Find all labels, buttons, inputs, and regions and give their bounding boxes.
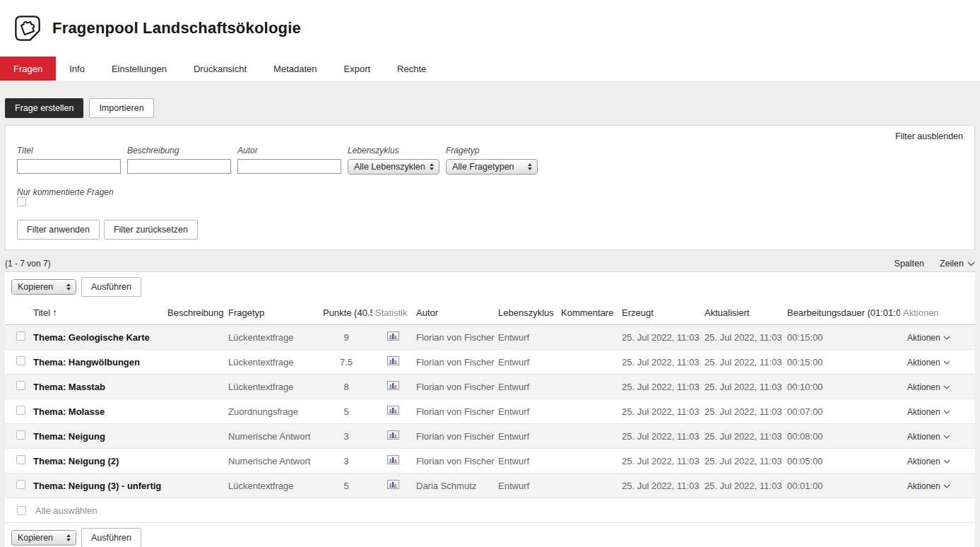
question-title-link[interactable]: Thema: Geologische Karte <box>33 332 150 343</box>
row-comments <box>558 399 619 424</box>
tab-info[interactable]: Info <box>56 57 98 81</box>
question-title-link[interactable]: Thema: Hangwölbungen <box>33 357 140 367</box>
statistics-chart-icon[interactable] <box>387 455 399 464</box>
chevron-down-icon <box>943 385 950 389</box>
page-header: Fragenpool Landschaftsökologie <box>0 0 980 57</box>
bulk-action-select-top[interactable]: Kopieren <box>11 279 76 295</box>
lifecycle-filter-select[interactable]: Alle Lebenszyklen <box>348 159 439 175</box>
row-checkbox[interactable] <box>16 331 25 341</box>
row-author: Daria Schmutz <box>413 474 495 498</box>
row-checkbox[interactable] <box>16 480 25 489</box>
row-actions-dropdown[interactable]: Aktionen <box>907 481 950 491</box>
row-question-type: Zuordnungsfrage <box>225 399 320 424</box>
select-arrows-icon <box>62 283 71 290</box>
row-points: 3 <box>320 449 372 474</box>
header-beschreibung[interactable]: Beschreibung <box>165 302 225 325</box>
row-checkbox[interactable] <box>16 455 25 464</box>
description-filter-input[interactable] <box>127 159 231 174</box>
row-author: Florian von Fischer <box>413 350 495 375</box>
row-description <box>165 424 225 449</box>
row-points: 7.5 <box>320 350 372 375</box>
question-title-link[interactable]: Thema: Molasse <box>33 406 105 417</box>
header-titel[interactable]: Titel↑ <box>30 302 165 325</box>
row-description <box>165 474 225 498</box>
row-actions-dropdown[interactable]: Aktionen <box>907 457 950 466</box>
question-table: Titel↑ Beschreibung Fragetyp Punkte (40.… <box>5 302 975 498</box>
question-title-link[interactable]: Thema: Masstab <box>33 382 105 392</box>
commented-filter-checkbox[interactable] <box>17 197 26 206</box>
tab-metadaten[interactable]: Metadaten <box>260 57 330 81</box>
row-duration: 00:15:00 <box>784 325 900 350</box>
row-actions-dropdown[interactable]: Aktionen <box>907 358 950 367</box>
row-duration: 00:08:00 <box>784 424 900 449</box>
header-bearbeitungsdauer[interactable]: Bearbeitungsdauer (01:01:00) <box>784 302 900 325</box>
statistics-chart-icon[interactable] <box>387 480 399 489</box>
row-author: Florian von Fischer <box>413 424 495 449</box>
execute-button-top[interactable]: Ausführen <box>81 277 141 297</box>
row-checkbox[interactable] <box>16 381 25 390</box>
statistics-chart-icon[interactable] <box>387 381 399 390</box>
row-checkbox[interactable] <box>16 430 25 440</box>
apply-filter-button[interactable]: Filter anwenden <box>17 220 100 240</box>
row-updated: 25. Jul 2022, 11:03 <box>702 424 784 449</box>
row-checkbox[interactable] <box>16 356 25 365</box>
row-actions-dropdown[interactable]: Aktionen <box>907 432 950 442</box>
row-duration: 00:01:00 <box>784 474 900 498</box>
row-question-type: Lückentextfrage <box>225 350 320 375</box>
row-actions-dropdown[interactable]: Aktionen <box>907 333 950 343</box>
row-lifecycle: Entwurf <box>495 325 558 350</box>
chevron-down-icon <box>943 410 950 414</box>
table-row: Thema: Neigung (3) - unfertig Lückentext… <box>5 474 975 498</box>
tab-druckansicht[interactable]: Druckansicht <box>180 57 260 81</box>
select-all-checkbox[interactable] <box>17 506 26 515</box>
table-body: Thema: Geologische Karte Lückentextfrage… <box>5 325 975 498</box>
header-lebenszyklus[interactable]: Lebenszyklus <box>495 302 558 325</box>
question-title-link[interactable]: Thema: Neigung (3) - unfertig <box>33 481 161 491</box>
header-fragetyp[interactable]: Fragetyp <box>225 302 320 325</box>
row-actions-dropdown[interactable]: Aktionen <box>907 407 950 417</box>
row-updated: 25. Jul 2022, 11:03 <box>702 474 784 498</box>
row-checkbox[interactable] <box>16 406 25 415</box>
select-all-label: Alle auswählen <box>35 505 97 516</box>
description-filter-label: Beschreibung <box>127 146 231 155</box>
execute-button-bottom[interactable]: Ausführen <box>81 528 141 547</box>
bulk-action-value: Kopieren <box>18 282 53 292</box>
statistics-chart-icon[interactable] <box>387 430 399 440</box>
question-title-link[interactable]: Thema: Neigung <box>33 431 105 442</box>
header-erzeugt[interactable]: Erzeugt <box>619 302 702 325</box>
row-duration: 00:15:00 <box>784 350 900 375</box>
tab-fragen[interactable]: Fragen <box>0 57 56 81</box>
lifecycle-filter-value: Alle Lebenszyklen <box>354 162 425 172</box>
row-points: 9 <box>320 325 372 350</box>
header-aktualisiert[interactable]: Aktualisiert <box>702 302 784 325</box>
row-created: 25. Jul 2022, 11:03 <box>619 449 702 474</box>
rows-selector[interactable]: Zeilen <box>940 259 975 269</box>
tab-einstellungen[interactable]: Einstellungen <box>98 57 180 81</box>
bulk-action-bar-bottom: Kopieren Ausführen <box>5 523 975 547</box>
row-created: 25. Jul 2022, 11:03 <box>619 399 702 424</box>
row-question-type: Lückentextfrage <box>225 474 320 498</box>
create-question-button[interactable]: Frage erstellen <box>5 98 83 118</box>
header-punkte[interactable]: Punkte (40.5) <box>320 302 372 325</box>
type-filter-select[interactable]: Alle Fragetypen <box>446 159 538 175</box>
statistics-chart-icon[interactable] <box>387 356 399 365</box>
title-filter-input[interactable] <box>17 159 121 174</box>
columns-selector[interactable]: Spalten <box>895 259 924 269</box>
reset-filter-button[interactable]: Filter zurücksetzen <box>104 220 198 240</box>
header-autor[interactable]: Autor <box>413 302 495 325</box>
tab-export[interactable]: Export <box>331 57 384 81</box>
row-points: 8 <box>320 375 372 399</box>
hide-filter-link[interactable]: Filter ausblenden <box>895 131 963 141</box>
statistics-chart-icon[interactable] <box>387 406 399 415</box>
table-header-row: Titel↑ Beschreibung Fragetyp Punkte (40.… <box>5 302 975 325</box>
row-actions-dropdown[interactable]: Aktionen <box>907 382 950 392</box>
question-title-link[interactable]: Thema: Neigung (2) <box>33 456 119 466</box>
import-button[interactable]: Importieren <box>89 98 153 118</box>
row-comments <box>558 449 619 474</box>
row-created: 25. Jul 2022, 11:03 <box>619 424 702 449</box>
tab-rechte[interactable]: Rechte <box>384 57 439 81</box>
bulk-action-select-bottom[interactable]: Kopieren <box>11 530 76 546</box>
header-kommentare[interactable]: Kommentare <box>558 302 619 325</box>
statistics-chart-icon[interactable] <box>387 331 399 341</box>
author-filter-input[interactable] <box>237 159 341 174</box>
